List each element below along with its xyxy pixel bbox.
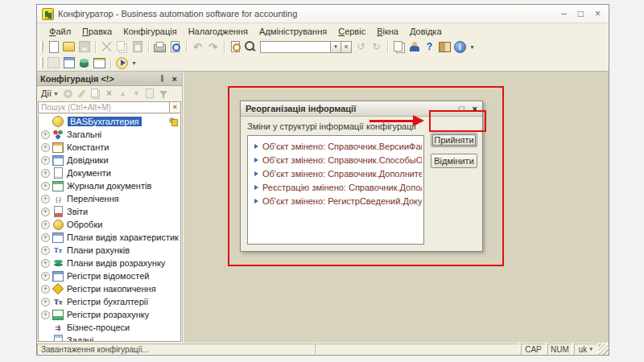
dialog-maximize-icon[interactable]: □ <box>459 104 464 113</box>
expand-icon[interactable] <box>41 195 50 204</box>
copy-icon[interactable] <box>115 40 129 53</box>
tree-root-item[interactable]: BASБухгалтерия <box>39 115 180 128</box>
pin-icon[interactable] <box>161 75 163 82</box>
sort-icon[interactable] <box>144 88 156 99</box>
change-list-item[interactable]: Об'єкт змінено: Справочник.Дополнительны… <box>250 167 422 180</box>
search-input[interactable] <box>38 101 170 113</box>
expand-icon[interactable] <box>41 143 50 152</box>
find-icon[interactable] <box>229 40 242 53</box>
cut-icon[interactable] <box>100 40 114 53</box>
toolbar-grip[interactable] <box>40 41 43 52</box>
expand-icon[interactable] <box>41 233 50 242</box>
help-search-icon[interactable] <box>423 40 436 53</box>
expand-icon[interactable] <box>41 220 50 229</box>
grid-icon[interactable] <box>47 56 60 69</box>
save-icon[interactable] <box>77 40 91 53</box>
tree-item[interactable]: Плани видів розрахунку <box>39 257 180 269</box>
dialog-close-icon[interactable]: × <box>473 104 477 113</box>
tree-item[interactable]: Журнали документів <box>39 179 180 192</box>
close-icon[interactable]: × <box>595 8 601 19</box>
expand-icon[interactable] <box>41 298 50 306</box>
zoom-icon[interactable] <box>244 40 258 53</box>
database-icon[interactable] <box>77 56 91 69</box>
combo-dropdown-icon[interactable]: ▾ <box>331 41 341 53</box>
language-selector[interactable]: uk ▼ <box>574 343 598 355</box>
syntax-check-icon[interactable] <box>407 40 421 53</box>
menu-налагодження[interactable]: Налагодження <box>183 25 254 38</box>
menu-сервіс[interactable]: Сервіс <box>332 25 371 38</box>
form-window-icon[interactable] <box>62 56 76 69</box>
expand-triangle-icon[interactable] <box>254 199 258 204</box>
menu-конфігурація[interactable]: Конфігурація <box>118 25 182 38</box>
menu-вікна[interactable]: Вікна <box>371 25 404 38</box>
print-preview-icon[interactable] <box>168 40 182 53</box>
start-debug-icon[interactable] <box>115 56 129 69</box>
toolbar-more-icon[interactable] <box>469 40 476 53</box>
change-list-item[interactable]: Об'єкт змінено: Справочник.СпособыОкругл… <box>250 153 422 167</box>
new-file-icon[interactable] <box>47 40 60 53</box>
maximize-icon[interactable]: □ <box>578 8 584 19</box>
find-next-icon[interactable] <box>354 40 368 53</box>
accept-button[interactable]: Прийняти <box>431 133 477 147</box>
tree-item[interactable]: Константи <box>39 141 180 154</box>
expand-icon[interactable] <box>41 169 50 178</box>
tree-item[interactable]: Регістри розрахунку <box>39 308 180 321</box>
expand-triangle-icon[interactable] <box>254 144 258 149</box>
tree-item[interactable]: Довідники <box>39 154 180 167</box>
tree-item[interactable]: Регістри відомостей <box>39 269 180 282</box>
tree-item[interactable]: Перелічення <box>39 192 180 205</box>
move-up-icon[interactable] <box>117 88 129 99</box>
undo-icon[interactable] <box>191 40 204 53</box>
edit-icon[interactable] <box>76 88 88 99</box>
delete-icon[interactable] <box>103 88 115 99</box>
expand-triangle-icon[interactable] <box>254 185 258 190</box>
templates-icon[interactable] <box>392 40 406 53</box>
expand-icon[interactable] <box>41 311 50 319</box>
expand-icon[interactable] <box>41 285 50 294</box>
find-prev-icon[interactable] <box>369 40 383 53</box>
expand-icon[interactable] <box>41 208 50 216</box>
change-list-item[interactable]: Об'єкт змінено: Справочник.ВерсииФайлов <box>250 139 422 153</box>
panel-close-icon[interactable]: × <box>171 74 179 84</box>
expand-icon[interactable] <box>41 130 50 139</box>
combo-clear-icon[interactable]: × <box>341 41 352 53</box>
expand-icon[interactable] <box>41 246 50 255</box>
tree-item[interactable]: Плани рахунків <box>39 244 180 257</box>
paste-icon[interactable] <box>130 40 144 53</box>
tree-item[interactable]: Обробки <box>39 218 180 231</box>
actions-button[interactable]: Дії ▼ <box>39 88 61 99</box>
menu-довідка[interactable]: Довідка <box>404 25 448 38</box>
tree-item[interactable]: Задачі <box>39 334 180 342</box>
help-contents-icon[interactable] <box>438 40 452 53</box>
menu-правка[interactable]: Правка <box>76 25 118 38</box>
copy-item-icon[interactable] <box>89 88 101 99</box>
move-down-icon[interactable] <box>130 88 142 99</box>
tree-item[interactable]: Плани видів характеристик <box>39 231 180 244</box>
toolbar-grip[interactable] <box>40 57 43 68</box>
tree-item[interactable]: Регістри бухгалтерії <box>39 295 180 308</box>
expand-icon[interactable] <box>41 272 50 281</box>
expand-icon[interactable] <box>41 156 50 165</box>
change-list-item[interactable]: Об'єкт змінено: РегистрСведений.Документ… <box>250 194 422 208</box>
print-icon[interactable] <box>153 40 167 53</box>
minimize-icon[interactable]: – <box>561 8 567 19</box>
about-icon[interactable] <box>453 40 467 53</box>
tree-item[interactable]: Загальні <box>39 128 180 141</box>
quick-search-combobox[interactable] <box>260 41 331 53</box>
expand-triangle-icon[interactable] <box>254 158 258 162</box>
expand-icon[interactable] <box>41 182 50 191</box>
tree-item[interactable]: Бізнес-процеси <box>39 321 180 334</box>
tree-item[interactable]: Регістри накопичення <box>39 282 180 295</box>
filter-icon[interactable] <box>158 88 170 99</box>
toolbar2-more-icon[interactable] <box>130 56 138 69</box>
table-icon[interactable] <box>93 56 106 69</box>
search-clear-icon[interactable]: × <box>170 101 181 113</box>
change-list-item[interactable]: Реєстрацію змінено: Справочник.Дополните… <box>250 180 422 194</box>
tree-item[interactable]: Документи <box>39 167 180 179</box>
expand-triangle-icon[interactable] <box>254 171 258 176</box>
menu-адміністрування[interactable]: Адміністрування <box>254 25 332 38</box>
add-icon[interactable] <box>62 88 74 99</box>
tree-item[interactable]: Звіти <box>39 205 180 218</box>
resize-grip[interactable] <box>598 343 609 355</box>
expand-icon[interactable] <box>41 259 50 268</box>
